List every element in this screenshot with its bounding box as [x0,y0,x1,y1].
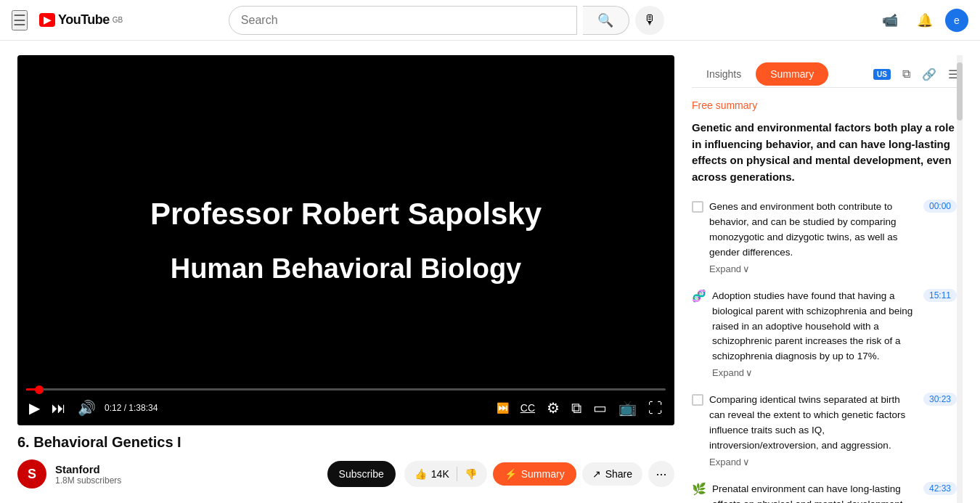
channel-info: Stanford 1.8M subscribers [55,463,319,486]
summary-item-text-4: Prenatal environment can have long-lasti… [712,482,915,503]
share-button[interactable]: ↗ Share [582,462,642,486]
us-badge: US [873,69,891,80]
notifications-button[interactable]: 🔔 [910,6,939,35]
slide-course-title: Human Behavioral Biology [171,253,522,285]
scrollbar-track[interactable] [957,55,963,503]
us-language-badge[interactable]: US [869,65,895,84]
scrollbar-thumb[interactable] [957,62,963,120]
search-icon: 🔍 [597,12,613,28]
video-title: 6. Behavioral Genetics I [17,434,674,451]
play-icon: ▶ [29,399,40,417]
theater-button[interactable]: ▭ [590,396,610,420]
thumbs-up-icon: 👍 [415,468,427,480]
video-info: 6. Behavioral Genetics I S Stanford 1.8M… [17,425,674,497]
summary-item-3: Comparing identical twins separated at b… [692,393,957,467]
timestamp-badge-2[interactable]: 15:11 [923,289,957,302]
thumbs-down-icon: 👎 [465,468,477,480]
bell-icon: 🔔 [917,12,933,28]
timestamp-badge-3[interactable]: 30:23 [923,393,957,406]
volume-icon: 🔊 [78,399,96,417]
copy-icon: ⧉ [902,68,910,81]
channel-avatar[interactable]: S [17,459,46,488]
like-divider [457,467,457,481]
timestamp-badge-1[interactable]: 00:00 [923,200,957,213]
youtube-logo[interactable]: ▶ YouTube GB [39,12,123,28]
summary-item-2: 🧬 Adoption studies have found that havin… [692,289,957,379]
expand-label-2: Expand [712,367,744,378]
summary-item-content-3: Comparing identical twins separated at b… [709,393,915,467]
link-button[interactable]: 🔗 [918,63,941,86]
expand-link-3[interactable]: Expand ∨ [709,457,750,467]
summary-checkbox-1[interactable] [692,201,703,213]
item-left-2: 🧬 Adoption studies have found that havin… [692,289,915,379]
link-icon: 🔗 [922,68,936,81]
header-left: ☰ ▶ YouTube GB [12,10,123,30]
channel-avatar-letter: S [28,467,36,482]
mic-icon: 🎙 [643,12,656,28]
miniplayer-button[interactable]: ⧉ [568,397,584,420]
search-input[interactable] [229,7,576,34]
next-button[interactable]: ⏭ [49,397,69,420]
search-area: 🔍 🎙 [229,6,664,35]
search-bar-container [229,6,577,35]
expand-chevron-1: ∨ [743,263,750,274]
item-left-1: Genes and environment both contribute to… [692,200,915,274]
right-panel: Insights Summary US ⧉ 🔗 ☰ F [692,55,963,503]
summary-item-text-2: Adoption studies have found that having … [712,289,915,365]
summary-item-content-1: Genes and environment both contribute to… [709,200,915,274]
like-count: 14K [431,468,449,480]
slide-professor-title: Professor Robert Sapolsky [150,197,542,232]
timestamp-badge-4[interactable]: 42:33 [923,482,957,495]
item-left-4: 🌿 Prenatal environment can have long-las… [692,482,915,503]
like-button[interactable]: 👍 14K 👎 [404,461,487,487]
search-button[interactable]: 🔍 [583,6,629,35]
ellipsis-icon: ··· [656,467,666,482]
lightning-icon: ⚡ [505,468,517,480]
summary-item-text-1: Genes and environment both contribute to… [709,200,915,261]
fullscreen-button[interactable]: ⛶ [645,397,666,420]
header-right: 📹 🔔 e [875,6,968,35]
copy-button[interactable]: ⧉ [898,63,915,85]
expand-label-1: Expand [709,263,741,274]
summary-item-content-4: Prenatal environment can have long-lasti… [712,482,915,503]
create-video-button[interactable]: 📹 [875,6,905,35]
summary-checkbox-3[interactable] [692,394,703,406]
insights-tab[interactable]: Insights [692,61,756,87]
expand-link-1[interactable]: Expand ∨ [709,263,750,274]
theater-icon: ▭ [593,399,607,417]
settings-icon: ⚙ [547,399,560,417]
video-section: Professor Robert Sapolsky Human Behavior… [17,55,674,503]
video-player[interactable]: Professor Robert Sapolsky Human Behavior… [17,55,674,425]
hamburger-menu-button[interactable]: ☰ [12,10,28,30]
summary-content: Free summary Genetic and environmental f… [692,88,963,503]
summary-item: Genes and environment both contribute to… [692,200,957,274]
more-options-button[interactable]: ··· [648,461,674,487]
summary-heading: Genetic and environmental factors both p… [692,120,957,185]
subscribe-button[interactable]: Subscribe [327,461,396,487]
add-video-icon: 📹 [882,12,898,28]
volume-button[interactable]: 🔊 [75,396,99,420]
play-button[interactable]: ▶ [26,396,43,420]
share-label: Share [605,468,632,480]
summary-action-button[interactable]: ⚡ Summary [493,462,576,486]
summary-item-content-2: Adoption studies have found that having … [712,289,915,379]
panel-tab-bar: Insights Summary US ⧉ 🔗 ☰ [692,55,963,88]
autoplay-icon: ⏭️ [497,402,509,414]
summary-btn-label: Summary [521,468,565,480]
expand-link-2[interactable]: Expand ∨ [712,367,753,378]
settings-button[interactable]: ⚙ [544,396,563,420]
summary-tab[interactable]: Summary [756,62,828,86]
user-avatar[interactable]: e [945,9,968,32]
share-icon: ↗ [592,468,601,480]
next-icon: ⏭ [52,400,66,417]
auto-play-toggle[interactable]: ⏭️ [494,399,512,417]
miniplayer-icon: ⧉ [571,400,581,417]
item-left-3: Comparing identical twins separated at b… [692,393,915,467]
channel-name[interactable]: Stanford [55,463,319,475]
mic-button[interactable]: 🎙 [635,6,664,35]
video-slide: Professor Robert Sapolsky Human Behavior… [17,55,674,425]
cast-button[interactable]: 📺 [616,396,640,420]
main-container: Professor Robert Sapolsky Human Behavior… [0,41,980,503]
video-controls: ▶ ⏭ 🔊 0:12 / 1:38:34 ⏭️ CC ⚙ [17,390,674,425]
cc-button[interactable]: CC [518,399,538,417]
